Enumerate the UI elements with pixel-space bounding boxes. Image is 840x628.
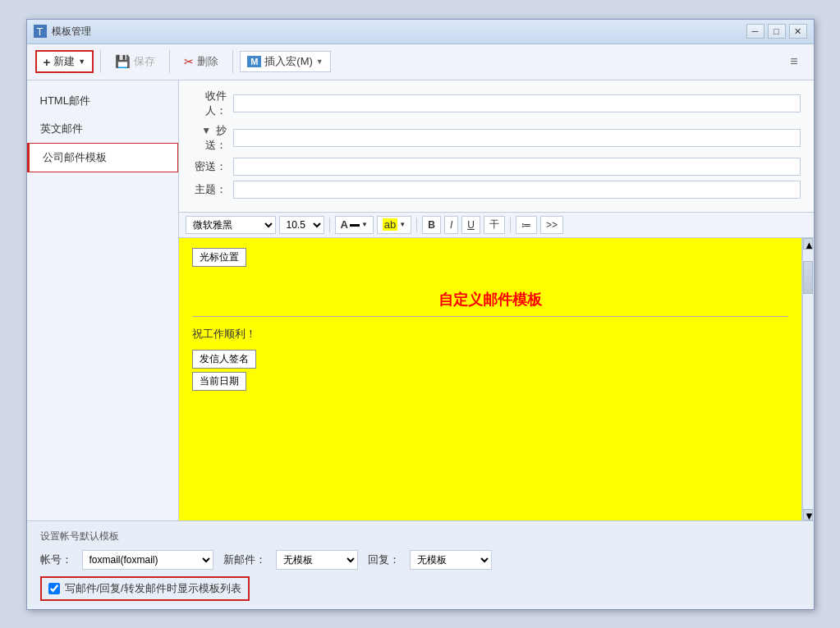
subject-input[interactable] [233,181,801,199]
bottom-section-title: 设置帐号默认模板 [40,529,801,543]
bcc-input[interactable] [233,158,801,176]
underline-button[interactable]: U [461,216,480,234]
sidebar-item-html-mail[interactable]: HTML邮件 [27,87,178,115]
reply-label: 回复： [368,552,400,567]
minimize-button[interactable]: ─ [746,24,764,39]
toolbar-separator-1 [100,50,101,73]
font-name-select[interactable]: 微软雅黑 [186,216,276,234]
email-divider [192,316,788,317]
show-template-list-checkbox[interactable] [48,583,60,594]
reply-select[interactable]: 无模板 [410,550,492,570]
delete-icon: ✂ [184,55,194,68]
macro-label: 插入宏(M) [264,54,313,69]
scrollbar-track[interactable]: ▲ ▼ [802,238,814,520]
toolbar-separator-2 [169,50,170,73]
date-button[interactable]: 当前日期 [192,372,246,391]
email-greeting: 祝工作顺利！ [192,327,788,342]
toolbar-separator-3 [232,50,233,73]
to-input[interactable] [233,94,801,112]
title-bar: T 模板管理 ─ □ ✕ [27,20,814,44]
fmt-sep-1 [329,218,330,232]
bcc-field-row: 密送： [192,158,801,176]
save-label: 保存 [134,54,155,69]
sidebar-item-company-template[interactable]: 公司邮件模板 [27,143,178,172]
toolbar: + 新建 ▼ 💾 保存 ✂ 删除 M 插入宏(M) ▼ ≡ [27,44,814,80]
list-format-button[interactable]: ≔ [516,216,537,234]
sidebar-item-english-mail[interactable]: 英文邮件 [27,115,178,143]
checkbox-row-wrapper: 写邮件/回复/转发邮件时显示模板列表 [40,576,801,601]
window-controls: ─ □ ✕ [746,24,807,39]
font-size-select[interactable]: 10.5 [279,216,324,234]
insert-macro-button[interactable]: M 插入宏(M) ▼ [240,51,331,72]
signature-button[interactable]: 发信人签名 [192,350,256,369]
font-color-a-label: A [341,218,348,231]
cc-label: ▼ 抄送： [192,123,233,153]
fmt-sep-3 [510,218,511,232]
italic-button[interactable]: I [444,216,458,234]
new-plus-icon: + [44,55,51,69]
app-icon: T [34,25,47,38]
highlight-dropdown: ▼ [399,221,406,228]
window-title: 模板管理 [52,25,746,39]
right-panel: 收件人： ▼ 抄送： 密送： 主题： [179,80,814,520]
to-field-row: 收件人： [192,89,801,118]
maximize-button[interactable]: □ [768,24,786,39]
editor-wrapper: 光标位置 自定义邮件模板 祝工作顺利！ 发信人签名 当前日期 ▲ ▼ [179,238,814,520]
highlight-ab-label: ab [383,218,397,231]
to-label: 收件人： [192,89,233,118]
new-mail-select[interactable]: 无模板 [276,550,358,570]
close-button[interactable]: ✕ [789,24,807,39]
editor-area[interactable]: 光标位置 自定义邮件模板 祝工作顺利！ 发信人签名 当前日期 [179,238,802,520]
main-window: T 模板管理 ─ □ ✕ + 新建 ▼ 💾 保存 ✂ 删除 M 插入宏(M) ▼ [26,19,815,610]
macro-icon: M [247,56,261,67]
highlight-color-button[interactable]: ab ▼ [377,216,411,234]
font-color-dropdown: ▼ [361,221,368,228]
show-template-list-label[interactable]: 写邮件/回复/转发邮件时显示模板列表 [40,576,250,601]
account-select[interactable]: foxmail(foxmail) [82,550,213,570]
list-view-button[interactable]: ≡ [783,51,805,72]
bottom-panel: 设置帐号默认模板 帐号： foxmail(foxmail) 新邮件： 无模板 回… [27,520,814,609]
new-mail-label: 新邮件： [223,552,266,567]
toolbar-right: ≡ [783,51,805,72]
font-color-indicator [350,224,360,227]
account-label: 帐号： [40,552,72,567]
cursor-position-button[interactable]: 光标位置 [192,248,246,267]
main-content: HTML邮件 英文邮件 公司邮件模板 收件人： ▼ 抄送： [27,80,814,520]
bottom-account-row: 帐号： foxmail(foxmail) 新邮件： 无模板 回复： 无模板 [40,550,801,570]
delete-button[interactable]: ✂ 删除 [177,51,226,72]
cc-field-row: ▼ 抄送： [192,123,801,153]
more-format-button[interactable]: >> [540,216,563,234]
bold-button[interactable]: B [422,216,441,234]
list-icon: ≡ [790,54,797,69]
fields-area: 收件人： ▼ 抄送： 密送： 主题： [179,80,814,213]
show-template-list-text: 写邮件/回复/转发邮件时显示模板列表 [65,581,241,596]
cc-input[interactable] [233,129,801,147]
delete-label: 删除 [197,54,218,69]
scrollbar-thumb[interactable] [803,261,813,294]
formatting-bar: 微软雅黑 10.5 A ▼ ab ▼ B I U 干 [179,213,814,238]
email-template-title: 自定义邮件模板 [192,290,788,309]
new-label: 新建 [53,54,75,69]
subject-label: 主题： [192,182,233,197]
sidebar: HTML邮件 英文邮件 公司邮件模板 [27,80,179,520]
cc-toggle[interactable]: ▼ [201,125,213,136]
save-icon: 💾 [115,54,131,69]
macro-dropdown-arrow: ▼ [316,57,324,66]
fmt-sep-2 [416,218,417,232]
font-color-button[interactable]: A ▼ [335,216,374,234]
save-button[interactable]: 💾 保存 [108,51,163,72]
new-dropdown-arrow: ▼ [78,57,85,66]
bcc-label: 密送： [192,159,233,174]
new-button[interactable]: + 新建 ▼ [35,50,94,73]
strikethrough-button[interactable]: 干 [484,216,505,234]
subject-field-row: 主题： [192,181,801,199]
